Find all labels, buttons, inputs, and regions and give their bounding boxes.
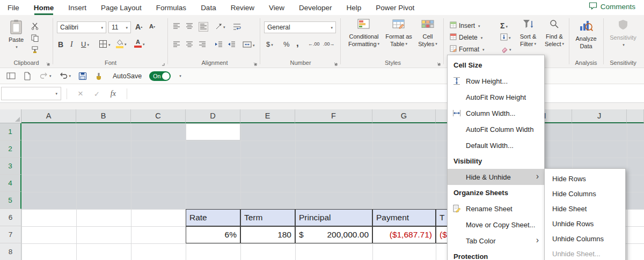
- column-header-E[interactable]: E: [240, 109, 295, 123]
- analyze-data-button[interactable]: Analyze Data: [571, 19, 601, 50]
- fill-button[interactable]: [500, 33, 511, 41]
- row-header-2[interactable]: 2: [0, 140, 21, 158]
- cell-G6[interactable]: Payment: [372, 209, 436, 226]
- number-dialog-launcher-icon[interactable]: [333, 59, 339, 65]
- percent-format-button[interactable]: %: [283, 41, 290, 48]
- font-name-select[interactable]: Calibri: [57, 21, 106, 33]
- conditional-formatting-button[interactable]: Conditional Formatting: [346, 19, 382, 48]
- find-select-button[interactable]: Find & Select: [542, 19, 567, 48]
- styles-dialog-launcher-icon[interactable]: [436, 59, 442, 65]
- column-header-B[interactable]: B: [76, 109, 131, 123]
- select-all-corner[interactable]: [0, 109, 21, 123]
- cell-D7[interactable]: 6%: [186, 226, 240, 243]
- brush-icon[interactable]: [94, 72, 103, 80]
- submenu-item-hide-rows[interactable]: Hide Rows: [545, 171, 625, 186]
- menu-item-column-width[interactable]: Column Width...: [448, 105, 544, 121]
- comments-button[interactable]: Comments: [589, 2, 635, 11]
- format-as-table-button[interactable]: Format as Table: [383, 19, 414, 48]
- column-header-G[interactable]: G: [372, 109, 436, 123]
- cell-styles-button[interactable]: Cell Styles: [415, 19, 440, 48]
- row-header-1[interactable]: 1: [0, 123, 21, 140]
- insert-cells-button[interactable]: Insert: [450, 21, 480, 30]
- undo-icon[interactable]: [59, 71, 71, 81]
- tab-developer[interactable]: Developer: [299, 0, 332, 15]
- underline-button[interactable]: U: [81, 41, 89, 48]
- menu-item-tab-color[interactable]: Tab Color: [448, 233, 544, 249]
- italic-button[interactable]: I: [70, 41, 73, 48]
- merge-center-button[interactable]: [243, 41, 255, 48]
- cell-E7[interactable]: 180: [240, 226, 295, 243]
- cut-button[interactable]: [31, 23, 39, 30]
- increase-font-size-button[interactable]: A: [135, 23, 142, 31]
- orientation-button[interactable]: [215, 23, 225, 30]
- tab-review[interactable]: Review: [231, 0, 254, 15]
- sensitivity-button[interactable]: Sensitivity: [606, 19, 640, 49]
- autosave-toggle[interactable]: On: [149, 71, 171, 81]
- pane-icon[interactable]: [6, 72, 16, 80]
- comma-format-button[interactable]: ,: [296, 39, 299, 48]
- column-header-C[interactable]: C: [131, 109, 186, 123]
- column-header-F[interactable]: F: [295, 109, 372, 123]
- alignment-dialog-launcher-icon[interactable]: [252, 59, 259, 65]
- row-header-8[interactable]: 8: [0, 243, 21, 260]
- row-header-6[interactable]: 6: [0, 209, 21, 226]
- cancel-icon[interactable]: [78, 88, 83, 99]
- delete-cells-button[interactable]: Delete: [450, 33, 482, 42]
- row-header-3[interactable]: 3: [0, 158, 21, 175]
- column-header-J[interactable]: J: [572, 109, 627, 123]
- tab-page-layout[interactable]: Page Layout: [101, 0, 142, 15]
- tab-home[interactable]: Home: [34, 0, 54, 15]
- increase-indent-button[interactable]: [228, 41, 236, 48]
- copy-button[interactable]: [31, 34, 39, 42]
- active-cell[interactable]: [186, 123, 240, 140]
- column-header-D[interactable]: D: [186, 109, 240, 123]
- number-format-select[interactable]: General: [264, 21, 336, 33]
- fx-icon[interactable]: fx: [111, 90, 116, 98]
- menu-item-rename-sheet[interactable]: Rename Sheet: [448, 200, 544, 217]
- borders-button[interactable]: [99, 40, 111, 48]
- menu-item-row-height[interactable]: Row Height...: [448, 73, 544, 89]
- format-cells-button[interactable]: Format: [450, 45, 485, 54]
- name-box[interactable]: [1, 87, 61, 100]
- autosum-button[interactable]: Σ: [500, 22, 508, 29]
- cell-D6[interactable]: Rate: [186, 209, 240, 226]
- font-size-select[interactable]: 11: [108, 21, 131, 33]
- column-header-A[interactable]: A: [21, 109, 76, 123]
- decrease-decimal-button[interactable]: .00→: [323, 42, 335, 47]
- menu-item-default-width[interactable]: Default Width...: [448, 137, 544, 153]
- align-left-button[interactable]: [173, 41, 180, 48]
- tab-insert[interactable]: Insert: [68, 0, 86, 15]
- clipboard-dialog-launcher-icon[interactable]: [45, 59, 52, 65]
- top-align-button[interactable]: [173, 23, 180, 30]
- menu-item-autofit-row-height[interactable]: AutoFit Row Height: [448, 89, 544, 105]
- cell-F6[interactable]: Principal: [295, 209, 372, 226]
- submenu-item-unhide-columns[interactable]: Unhide Columns: [545, 231, 625, 246]
- wrap-text-button[interactable]: [233, 23, 241, 31]
- menu-item-autofit-column-width[interactable]: AutoFit Column Width: [448, 121, 544, 137]
- column-header-blank[interactable]: [627, 109, 644, 123]
- qat-overflow-chevron-icon[interactable]: [178, 71, 181, 81]
- increase-decimal-button[interactable]: ←.00: [308, 42, 320, 47]
- submenu-item-unhide-rows[interactable]: Unhide Rows: [545, 216, 625, 231]
- submenu-item-hide-columns[interactable]: Hide Columns: [545, 186, 625, 201]
- format-painter-button[interactable]: [31, 46, 39, 54]
- cell-G7[interactable]: ($1,687.71): [372, 226, 436, 243]
- cell-F7[interactable]: $200,000.00: [295, 226, 372, 243]
- paste-button[interactable]: Paste: [4, 19, 28, 51]
- tab-view[interactable]: View: [269, 0, 284, 15]
- save-icon[interactable]: [78, 72, 87, 80]
- middle-align-button[interactable]: [186, 23, 193, 30]
- tab-file[interactable]: File: [8, 0, 19, 15]
- tab-data[interactable]: Data: [201, 0, 216, 15]
- bold-button[interactable]: B: [58, 41, 63, 48]
- row-header-5[interactable]: 5: [0, 192, 21, 209]
- fill-color-button[interactable]: [116, 39, 127, 48]
- tab-formulas[interactable]: Formulas: [156, 0, 186, 15]
- tab-power-pivot[interactable]: Power Pivot: [376, 0, 414, 15]
- submenu-item-hide-sheet[interactable]: Hide Sheet: [545, 201, 625, 216]
- font-color-button[interactable]: A: [134, 39, 145, 48]
- row-header-7[interactable]: 7: [0, 226, 21, 243]
- decrease-font-size-button[interactable]: A: [149, 24, 155, 29]
- bottom-align-button[interactable]: [199, 22, 208, 32]
- new-file-icon[interactable]: [23, 72, 32, 80]
